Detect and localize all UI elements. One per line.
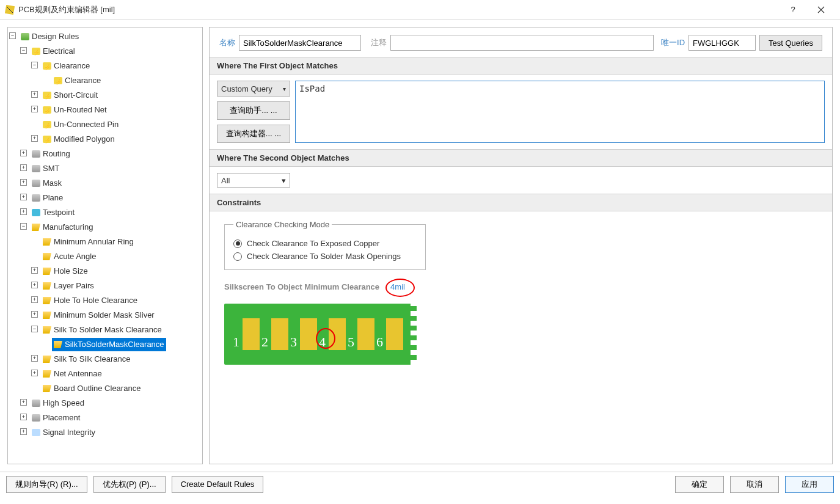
tree-high-speed[interactable]: High Speed — [30, 396, 86, 410]
tree-label: Board Outline Clearance — [54, 382, 141, 395]
radio-exposed-copper[interactable]: Check Clearance To Exposed Copper — [233, 239, 417, 248]
tree-testpoint[interactable]: Testpoint — [30, 206, 76, 219]
rules-tree[interactable]: − Design Rules −Electrical −Clearance Cl… — [7, 27, 203, 464]
comment-input[interactable] — [390, 35, 654, 51]
radio-label: Check Clearance To Exposed Copper — [247, 239, 379, 248]
tree-label: Un-Routed Net — [54, 103, 107, 117]
signal-icon — [32, 429, 40, 436]
tree-label: Net Antennae — [54, 367, 102, 381]
pad-number: 4 — [319, 334, 326, 350]
apply-button[interactable]: 应用 — [785, 476, 834, 493]
tree-silk-to-silk[interactable]: Silk To Silk Clearance — [41, 352, 132, 366]
pad-shape — [329, 318, 346, 350]
tree-placement[interactable]: Placement — [30, 411, 82, 425]
tree-net-antennae[interactable]: Net Antennae — [41, 367, 104, 381]
where-first-header: Where The First Object Matches — [210, 57, 832, 75]
tree-clearance-rule[interactable]: Clearance — [52, 74, 103, 87]
expand-toggle[interactable]: + — [20, 208, 27, 215]
test-queries-button[interactable]: Test Queries — [759, 35, 822, 51]
tree-hole-to-hole[interactable]: Hole To Hole Clearance — [41, 294, 139, 307]
rule-wizard-button[interactable]: 规则向导(R) (R)... — [6, 476, 87, 493]
expand-toggle[interactable]: + — [31, 370, 38, 376]
create-default-button[interactable]: Create Default Rules — [172, 476, 264, 493]
electrical-icon — [43, 121, 51, 128]
routing-icon — [32, 150, 40, 158]
expand-toggle[interactable]: + — [31, 106, 38, 112]
help-button[interactable]: ? — [779, 0, 807, 20]
uid-label: 唯一ID — [661, 37, 685, 48]
tree-silk-to-sm-rule[interactable]: SilkToSolderMaskClearance — [52, 338, 166, 351]
tree-layer-pairs[interactable]: Layer Pairs — [41, 279, 96, 293]
expand-toggle[interactable]: − — [9, 32, 16, 39]
pad-number: 2 — [261, 334, 268, 350]
tree-unrouted[interactable]: Un-Routed Net — [41, 103, 109, 117]
tree-root[interactable]: Design Rules — [19, 30, 81, 43]
tree-min-sm-sliver[interactable]: Minimum Solder Mask Sliver — [41, 309, 156, 322]
radio-soldermask-openings[interactable]: Check Clearance To Solder Mask Openings — [233, 252, 417, 261]
expand-toggle[interactable]: + — [31, 311, 38, 318]
tree-silk-to-sm[interactable]: Silk To Solder Mask Clearance — [41, 323, 164, 337]
tree-routing[interactable]: Routing — [30, 147, 72, 161]
tree-short-circuit[interactable]: Short-Circuit — [41, 89, 100, 102]
expand-toggle[interactable]: + — [20, 194, 27, 200]
priority-button[interactable]: 优先权(P) (P)... — [93, 476, 166, 493]
ok-button[interactable]: 确定 — [675, 476, 724, 493]
pad-number: 6 — [376, 334, 383, 350]
name-input[interactable] — [239, 35, 361, 51]
expand-toggle[interactable]: + — [31, 296, 38, 303]
expand-toggle[interactable]: − — [31, 326, 38, 332]
uid-input[interactable] — [688, 35, 756, 51]
close-button[interactable] — [807, 0, 835, 20]
second-match-type-combo[interactable]: All▾ — [217, 173, 290, 188]
expand-toggle[interactable]: + — [20, 399, 27, 406]
tree-electrical[interactable]: Electrical — [30, 45, 77, 58]
expand-toggle[interactable]: − — [20, 223, 27, 230]
expand-toggle[interactable]: + — [20, 428, 27, 435]
expand-toggle[interactable]: + — [31, 267, 38, 274]
expand-toggle[interactable]: − — [31, 62, 38, 68]
tree-mask[interactable]: Mask — [30, 177, 64, 190]
min-clearance-value[interactable]: 4mil — [390, 282, 405, 291]
expand-toggle[interactable]: − — [20, 47, 27, 54]
tree-label: Clearance — [65, 74, 101, 87]
query-helper-button[interactable]: 查询助手... ... — [217, 101, 290, 120]
pad-shape — [300, 318, 317, 350]
tree-manufacturing[interactable]: Manufacturing — [30, 221, 95, 234]
pad-number: 1 — [233, 334, 239, 350]
query-builder-button[interactable]: 查询构建器... ... — [217, 125, 290, 143]
expand-toggle[interactable]: + — [20, 414, 27, 420]
query-text-input[interactable]: IsPad — [295, 81, 825, 143]
tree-sig-integrity[interactable]: Signal Integrity — [30, 426, 97, 439]
manufacturing-icon — [32, 224, 40, 231]
tree-hole-size[interactable]: Hole Size — [41, 265, 90, 278]
expand-toggle[interactable]: + — [31, 135, 38, 142]
tree-clearance[interactable]: Clearance — [41, 59, 92, 73]
expand-toggle[interactable]: + — [20, 150, 27, 156]
rule-icon — [43, 356, 51, 363]
pad-shape — [357, 318, 374, 350]
expand-toggle[interactable]: + — [20, 179, 27, 186]
expand-toggle[interactable]: + — [31, 282, 38, 288]
window-title: PCB规则及约束编辑器 [mil] — [18, 4, 779, 15]
tree-label: Signal Integrity — [43, 426, 95, 439]
rule-icon — [43, 370, 51, 378]
tree-label: SMT — [43, 162, 59, 175]
tree-plane[interactable]: Plane — [30, 191, 65, 205]
fieldset-legend: Clearance Checking Mode — [233, 220, 332, 229]
mask-icon — [32, 180, 40, 187]
tree-modpoly[interactable]: Modified Polygon — [41, 133, 117, 146]
rule-icon — [43, 238, 51, 246]
expand-toggle[interactable]: + — [20, 164, 27, 171]
tree-unconnected[interactable]: Un-Connected Pin — [41, 118, 120, 131]
expand-toggle[interactable]: + — [31, 355, 38, 362]
where-second-header: Where The Second Object Matches — [210, 149, 832, 167]
tree-label: Plane — [43, 191, 63, 205]
tree-label: Clearance — [54, 59, 90, 73]
tree-min-annular[interactable]: Minimum Annular Ring — [41, 235, 136, 249]
tree-board-outline[interactable]: Board Outline Clearance — [41, 382, 142, 395]
cancel-button[interactable]: 取消 — [730, 476, 779, 493]
first-match-type-combo[interactable]: Custom Query▾ — [217, 81, 290, 97]
tree-smt[interactable]: SMT — [30, 162, 61, 175]
expand-toggle[interactable]: + — [31, 91, 38, 98]
tree-acute[interactable]: Acute Angle — [41, 250, 98, 263]
